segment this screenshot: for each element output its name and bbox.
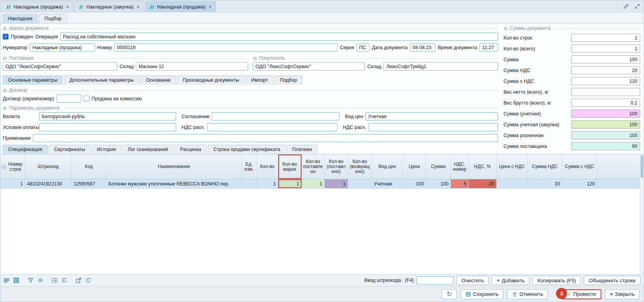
cell-qty[interactable]: 1 [257, 179, 278, 188]
tab-selection2[interactable]: Подбор [274, 76, 302, 85]
collapse-group-icon[interactable]: ⊖ [253, 56, 257, 61]
collapse-group-icon[interactable]: ⊖ [3, 106, 7, 111]
cell-delivered-qty[interactable]: 1 [301, 179, 325, 188]
tab-history[interactable]: История [92, 145, 121, 154]
sum-with-vat[interactable]: 120 [571, 77, 640, 85]
sum-accounting[interactable]: 100 [571, 110, 640, 118]
sum-supplier[interactable]: 90 [571, 142, 640, 150]
col-header-sum-with-vat[interactable]: Сумма с НДС [562, 154, 597, 179]
col-header-price-with-vat[interactable]: Цена с НДС [497, 154, 528, 179]
view-list-icon[interactable] [3, 277, 10, 284]
sum-vat[interactable]: 20 [571, 66, 640, 74]
close-tab-icon[interactable]: × [66, 4, 69, 10]
refresh-button[interactable]: ↻ [442, 289, 457, 299]
posted-checkbox[interactable]: ✓ [3, 34, 9, 39]
tab-payments[interactable]: Платежи [287, 145, 317, 154]
col-header-vat-number[interactable]: НДС, номер [451, 154, 469, 179]
supplier-name-input[interactable]: ОДО "ЛюксСофтСервис" [3, 62, 117, 70]
window-tab-sales-invoices[interactable]: Накладные (продажа) × [2, 1, 73, 12]
tab-certificates[interactable]: Сертификаты [49, 145, 91, 154]
number-input[interactable]: 0000119 [114, 43, 337, 51]
commission-checkbox[interactable] [84, 96, 89, 101]
tab-scan-log[interactable]: Лог сканирований [122, 145, 173, 154]
collapse-group-icon[interactable]: ⊖ [3, 88, 7, 93]
time-input[interactable]: 11:27 [480, 43, 498, 51]
table-scrollbar[interactable] [640, 154, 644, 274]
tab-import[interactable]: Импорт [246, 76, 274, 85]
tab-derived-documents[interactable]: Производные документы [177, 76, 245, 85]
price-type-input[interactable]: Учетная [365, 112, 498, 120]
col-header-code[interactable]: Код [72, 154, 106, 179]
col-header-returned-qty[interactable]: Кол-во (возвращено) [348, 154, 372, 179]
cell-marks-qty[interactable]: 1 [278, 179, 301, 188]
sum-amount[interactable]: 100 [571, 55, 640, 63]
col-header-unit[interactable]: Ед. изм. [242, 154, 257, 179]
post-button[interactable]: 3 ✓ Провести [562, 289, 601, 299]
collapse-group-icon[interactable]: ⊖ [3, 56, 7, 61]
cell-returned-qty[interactable] [348, 179, 372, 188]
buyer-warehouse-input[interactable]: ЛюксСофтТрейд1 [384, 62, 498, 70]
table-row[interactable]: 1 4810241922130 12590587 Ботинки мужские… [0, 179, 644, 189]
close-button[interactable]: × Закрыть [605, 289, 640, 299]
col-header-delivered-qty-2[interactable]: Кол-во (поставлено) [325, 154, 348, 179]
cell-vat-percent[interactable]: 20 [469, 179, 497, 188]
col-header-marks-qty[interactable]: Кол-во марок [278, 154, 301, 179]
settings-gear-icon[interactable] [37, 277, 44, 284]
tab-specification[interactable]: Спецификация [3, 145, 48, 154]
float-window-icon[interactable] [634, 3, 641, 10]
cell-name[interactable]: Ботинки мужские утепленные REBECCA BONHO… [106, 179, 242, 188]
operation-input[interactable]: Расход на собственный магазин [60, 33, 498, 41]
gross-weight[interactable]: 0,1 [571, 99, 640, 107]
cancel-button[interactable]: Отменить [507, 289, 548, 299]
window-tab-purchase-invoices[interactable]: Накладные (закупка) × [74, 1, 144, 12]
cell-delivered-qty-2[interactable]: 1 [325, 179, 348, 188]
tab-invoice[interactable]: Накладная [2, 14, 38, 23]
payment-terms-input[interactable] [39, 123, 176, 131]
cell-price-with-vat[interactable] [497, 179, 528, 188]
list-collapse-icon[interactable] [61, 277, 68, 284]
add-row-button[interactable]: +Добавить [492, 276, 529, 285]
currency-input[interactable]: Белорусский рубль [39, 112, 176, 120]
numerator-select[interactable]: Накладные (продажа) [30, 43, 95, 51]
col-header-row-number[interactable]: ▲ Номер строк [0, 154, 25, 179]
numbered-list-icon[interactable] [51, 277, 58, 284]
cell-price[interactable]: 100 [403, 179, 426, 188]
reload-rows-icon[interactable] [85, 277, 92, 284]
tab-selection[interactable]: Подбор [39, 14, 67, 23]
col-header-delivered-qty[interactable]: Кол-во поставлено [301, 154, 325, 179]
cell-vat-sum[interactable]: 20 [528, 179, 562, 188]
sort-asc-icon[interactable]: ▲ [2, 164, 7, 169]
merge-rows-button[interactable]: Объединить строки [584, 276, 641, 285]
supplier-warehouse-input[interactable]: Магазин 12 [136, 62, 248, 70]
tab-certificate-sale-line[interactable]: Строка продажи сертификата [208, 145, 286, 154]
buyer-name-input[interactable]: ОДО "ЛюксСофтСервис" [253, 62, 365, 70]
contract-number-input[interactable] [57, 94, 81, 103]
cell-sum-with-vat[interactable]: 120 [562, 179, 597, 188]
tab-additional-parameters[interactable]: Дополнительные параметры [64, 76, 139, 85]
clear-button[interactable]: Очистить [456, 276, 489, 285]
sum-lines-count[interactable]: 1 [571, 34, 640, 42]
col-header-barcode[interactable]: Штрихкод [25, 154, 72, 179]
close-tab-icon[interactable]: × [209, 4, 212, 10]
barcode-input[interactable] [416, 276, 454, 285]
collapse-group-icon[interactable]: ⊖ [3, 26, 7, 31]
col-header-sum[interactable]: Сумма [426, 154, 451, 179]
tab-basis[interactable]: Основание [140, 76, 176, 85]
date-input[interactable]: 08.08.23 [410, 43, 435, 51]
tab-pricing[interactable]: Расценка [175, 145, 207, 154]
col-header-vat-percent[interactable]: НДС, % [469, 154, 497, 179]
agreement-input[interactable] [212, 112, 339, 120]
cell-sum[interactable]: 100 [426, 179, 451, 188]
cell-row-number[interactable]: 1 [0, 179, 25, 188]
col-header-qty[interactable]: Кол-во [257, 154, 278, 179]
net-weight[interactable] [571, 88, 640, 96]
tab-main-parameters[interactable]: Основные параметры [3, 76, 63, 85]
collapse-group-icon[interactable]: ⊖ [504, 26, 508, 31]
cell-code[interactable]: 12590587 [72, 179, 106, 188]
vat-calc-input-1[interactable] [207, 123, 337, 131]
scrollbar-thumb[interactable] [641, 155, 643, 178]
save-button[interactable]: Сохранить [461, 289, 504, 299]
col-header-name[interactable]: Наименование [106, 154, 242, 179]
series-input[interactable]: ПС [356, 43, 370, 51]
sum-retail[interactable]: 100 [571, 131, 640, 139]
